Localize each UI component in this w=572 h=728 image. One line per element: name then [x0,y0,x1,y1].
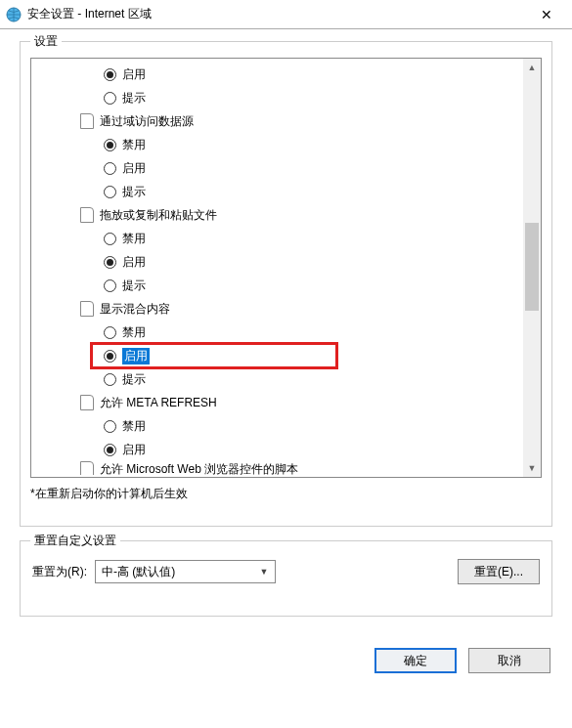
radio-icon[interactable] [104,279,116,292]
category-label: 显示混合内容 [100,301,170,318]
chevron-down-icon: ▼ [260,567,269,577]
category-row: 通过域访问数据源 [37,109,517,133]
radio-icon[interactable] [104,139,116,151]
radio-icon[interactable] [104,233,116,245]
close-button[interactable]: ✕ [527,7,566,22]
radio-option[interactable]: 禁用 [37,321,517,344]
option-label: 启用 [122,254,146,271]
reset-groupbox: 重置自定义设置 重置为(R): 中-高 (默认值) ▼ 重置(E)... [20,540,552,617]
scroll-down-button[interactable]: ▼ [523,459,541,477]
titlebar: 安全设置 - Internet 区域 ✕ [0,0,572,29]
radio-icon[interactable] [104,420,116,433]
globe-icon [6,7,22,22]
radio-option[interactable]: 禁用 [37,227,517,250]
cancel-button[interactable]: 取消 [468,648,550,673]
radio-icon[interactable] [104,92,116,105]
radio-option[interactable]: 提示 [37,180,517,203]
radio-icon[interactable] [104,326,116,339]
reset-button[interactable]: 重置(E)... [458,559,540,584]
file-icon [80,301,94,317]
category-row: 允许 Microsoft Web 浏览器控件的脚本 [37,461,517,475]
category-row: 允许 META REFRESH [37,391,517,414]
radio-option[interactable]: 禁用 [37,133,517,156]
radio-option[interactable]: 启用 [37,156,517,180]
radio-option[interactable]: 启用 [37,63,517,86]
radio-option[interactable]: 提示 [37,274,517,297]
radio-icon[interactable] [104,162,116,175]
category-row: 显示混合内容 [37,297,517,321]
radio-option[interactable]: 启用 [37,438,517,461]
category-label: 允许 META REFRESH [100,395,217,411]
file-icon [80,461,94,475]
option-label: 禁用 [122,418,146,435]
ok-button[interactable]: 确定 [374,648,457,673]
scroll-up-button[interactable]: ▲ [523,59,541,76]
option-label: 启用 [122,442,146,458]
category-label: 拖放或复制和粘贴文件 [100,207,217,224]
reset-to-label: 重置为(R): [32,564,87,580]
reset-level-select[interactable]: 中-高 (默认值) ▼ [95,560,276,583]
radio-option[interactable]: 启用 [37,250,517,274]
radio-icon[interactable] [104,373,116,386]
scroll-thumb[interactable] [525,223,539,311]
radio-option[interactable]: 禁用 [37,414,517,438]
reset-legend: 重置自定义设置 [30,533,120,549]
category-label: 通过域访问数据源 [100,113,194,130]
file-icon [80,395,94,410]
scroll-track[interactable] [523,76,541,459]
settings-tree[interactable]: 启用提示通过域访问数据源禁用启用提示拖放或复制和粘贴文件禁用启用提示显示混合内容… [30,58,542,478]
radio-icon[interactable] [104,186,116,198]
settings-legend: 设置 [30,33,62,50]
category-label: 允许 Microsoft Web 浏览器控件的脚本 [100,461,298,475]
option-label: 禁用 [122,324,146,341]
option-label: 提示 [122,184,146,200]
radio-option[interactable]: 启用 [90,342,338,369]
file-icon [80,113,94,129]
category-row: 拖放或复制和粘贴文件 [37,203,517,227]
option-label: 启用 [122,348,150,364]
option-label: 启用 [122,160,146,177]
reset-select-value: 中-高 (默认值) [102,564,175,580]
radio-icon[interactable] [104,350,116,363]
file-icon [80,207,94,223]
option-label: 提示 [122,278,146,294]
radio-icon[interactable] [104,256,116,269]
option-label: 启用 [122,66,146,83]
radio-option[interactable]: 提示 [37,86,517,109]
settings-groupbox: 设置 启用提示通过域访问数据源禁用启用提示拖放或复制和粘贴文件禁用启用提示显示混… [20,41,552,527]
radio-icon[interactable] [104,68,116,81]
window-title: 安全设置 - Internet 区域 [27,6,527,22]
option-label: 提示 [122,371,146,388]
option-label: 禁用 [122,137,146,153]
radio-icon[interactable] [104,444,116,456]
radio-option[interactable]: 提示 [37,367,517,391]
dialog-footer: 确定 取消 [0,630,572,691]
option-label: 禁用 [122,231,146,247]
option-label: 提示 [122,90,146,107]
restart-note: *在重新启动你的计算机后生效 [30,486,542,502]
scrollbar-vertical[interactable]: ▲ ▼ [523,59,541,477]
